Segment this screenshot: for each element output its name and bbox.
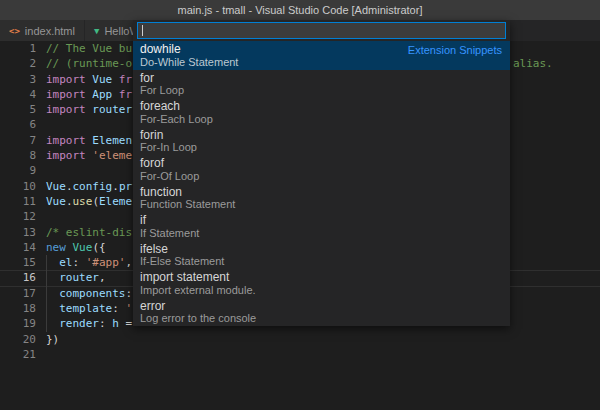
suggestion-description: Do-While Statement: [140, 56, 238, 68]
token-class: Vue: [73, 241, 93, 254]
code-text: router,: [46, 270, 106, 285]
token-variable: Vue: [92, 73, 119, 86]
line-number[interactable]: 10: [0, 179, 36, 194]
vue-icon: ▼: [94, 26, 99, 36]
token-keyword: import: [46, 73, 92, 86]
line-number[interactable]: 15: [0, 255, 36, 270]
suggestion-description: Function Statement: [140, 198, 235, 210]
line-number[interactable]: 14: [0, 240, 36, 255]
token-punctuation: :: [73, 256, 86, 269]
suggestion-item[interactable]: ifelseIf-Else Statement: [133, 241, 510, 270]
suggestion-item[interactable]: functionFunction Statement: [133, 184, 510, 213]
suggestion-name: function: [140, 185, 182, 199]
token-punctuation: :: [125, 287, 132, 300]
title-bar: main.js - tmall - Visual Studio Code [Ad…: [0, 0, 600, 20]
line-number[interactable]: 6: [0, 117, 36, 132]
line-number[interactable]: 19: [0, 316, 36, 331]
suggestion-description: Import external module.: [140, 284, 256, 296]
suggestion-item[interactable]: ifIf Statement: [133, 212, 510, 241]
token-keyword: import: [46, 103, 92, 116]
line-number[interactable]: 7: [0, 133, 36, 148]
token-punctuation: (: [92, 195, 99, 208]
code-text: components:: [46, 286, 132, 301]
suggestion-name: import statement: [140, 270, 229, 284]
quick-pick-input[interactable]: [141, 23, 501, 38]
token-punctuation: ,: [126, 256, 133, 269]
line-number[interactable]: 5: [0, 102, 36, 117]
token-punctuation: [46, 302, 59, 315]
suggestion-item[interactable]: forFor Loop: [133, 70, 510, 99]
token-punctuation: ,: [99, 271, 106, 284]
tab-index-html[interactable]: <>index.html: [0, 20, 84, 41]
suggestion-name: for: [140, 71, 154, 85]
token-variable: App: [92, 88, 119, 101]
line-number[interactable]: 2: [0, 56, 36, 71]
token-variable: template: [59, 302, 112, 315]
suggestion-item[interactable]: dowhileDo-While StatementExtension Snipp…: [133, 41, 510, 70]
suggestion-description: If Statement: [140, 227, 199, 239]
token-variable: Elemen: [92, 134, 132, 147]
suggestion-name: error: [140, 299, 165, 313]
code-text: template: ': [46, 301, 132, 316]
token-punctuation: ({: [92, 241, 105, 254]
html-icon: <>: [9, 26, 20, 36]
suggestion-description: For-Each Loop: [140, 113, 213, 125]
token-string: '#app': [86, 256, 126, 269]
token-keyword: import: [46, 149, 92, 162]
code-text: import Elemen: [46, 133, 132, 148]
suggestion-item[interactable]: errorLog error to the console: [133, 298, 510, 327]
line-number[interactable]: 17: [0, 286, 36, 301]
line-number[interactable]: 13: [0, 225, 36, 240]
tab-label: index.html: [25, 25, 75, 37]
suggestion-name: dowhile: [140, 42, 181, 56]
token-punctuation: [46, 317, 59, 330]
line-number[interactable]: 11: [0, 194, 36, 209]
token-keyword: import: [46, 134, 92, 147]
line-number[interactable]: 3: [0, 72, 36, 87]
token-comment: /* eslint-dis: [46, 226, 132, 239]
suggestion-name: foreach: [140, 99, 180, 113]
line-number[interactable]: 8: [0, 148, 36, 163]
code-line[interactable]: 21: [0, 347, 600, 362]
token-comment: // The Vue bu: [46, 42, 132, 55]
line-number[interactable]: 21: [0, 347, 36, 362]
line-number[interactable]: 20: [0, 332, 36, 347]
code-line[interactable]: 20}): [0, 332, 600, 347]
suggestion-name: if: [140, 213, 146, 227]
suggestion-description: For-Of Loop: [140, 170, 199, 182]
line-number[interactable]: 18: [0, 301, 36, 316]
code-text: el: '#app',: [46, 255, 132, 270]
suggestion-item[interactable]: forofFor-Of Loop: [133, 155, 510, 184]
line-number[interactable]: 9: [0, 163, 36, 178]
suggestion-name: ifelse: [140, 242, 168, 256]
token-punctuation: :: [99, 317, 112, 330]
code-text: new Vue({: [46, 240, 106, 255]
token-string: 'eleme: [92, 149, 132, 162]
token-keyword: fr: [119, 88, 132, 101]
window-title: main.js - tmall - Visual Studio Code [Ad…: [178, 4, 423, 16]
token-punctuation: [46, 271, 59, 284]
token-keyword: import: [46, 88, 92, 101]
token-punctuation: :: [112, 302, 125, 315]
line-number[interactable]: 12: [0, 209, 36, 224]
token-keyword-control: new: [46, 241, 73, 254]
quick-pick-input-box[interactable]: [137, 22, 506, 39]
code-text: // (runtime-o: [46, 56, 132, 71]
line-number[interactable]: 1: [0, 41, 36, 56]
code-text: import App fr: [46, 87, 132, 102]
token-variable: Vue: [46, 195, 66, 208]
token-punctuation: .: [66, 180, 73, 193]
suggestion-item[interactable]: foreachFor-Each Loop: [133, 98, 510, 127]
suggestion-description: If-Else Statement: [140, 255, 224, 267]
suggestion-description: For-In Loop: [140, 141, 197, 153]
token-comment: // (runtime-o: [46, 57, 132, 70]
suggestion-description: For Loop: [140, 84, 184, 96]
suggestion-item[interactable]: forinFor-In Loop: [133, 127, 510, 156]
line-number[interactable]: 16: [0, 270, 36, 285]
token-keyword: fr: [119, 73, 132, 86]
suggestion-item[interactable]: import statementImport external module.: [133, 269, 510, 298]
code-fragment-alias: alias.: [513, 56, 553, 71]
token-variable: pr: [119, 180, 132, 193]
line-number[interactable]: 4: [0, 87, 36, 102]
token-variable: Vue: [46, 180, 66, 193]
